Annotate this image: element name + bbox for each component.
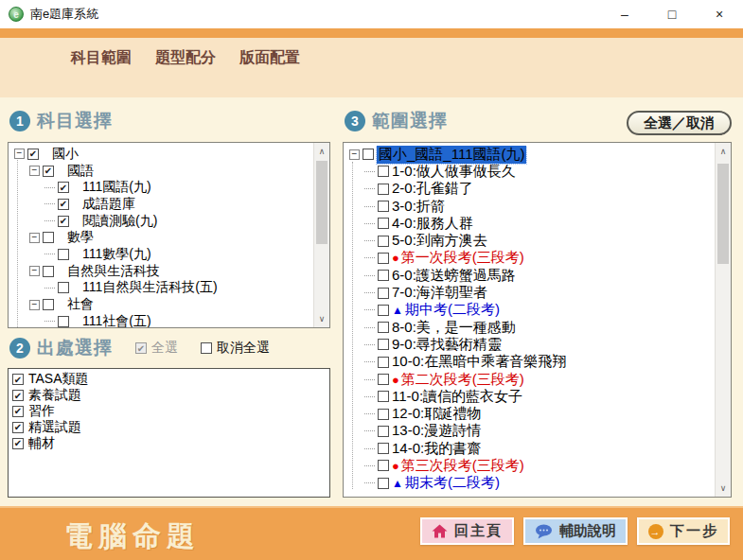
tree-item[interactable]: ▲期末考(二段考) — [345, 475, 714, 492]
scroll-up-icon[interactable]: ∧ — [314, 144, 329, 159]
tree-item[interactable]: ●第二次段考(三段考) — [345, 371, 714, 388]
tree-item-checkbox[interactable] — [43, 166, 54, 177]
tree-item-label[interactable]: 12-0:耶誕禮物 — [392, 405, 481, 423]
tree-item-checkbox[interactable] — [378, 339, 389, 350]
tree-item-label[interactable]: 9-0:尋找藝術精靈 — [392, 336, 502, 354]
tree-item-checkbox[interactable] — [378, 201, 389, 212]
tree-item-checkbox[interactable] — [43, 232, 54, 243]
tree-item-label[interactable]: 國語 — [67, 163, 94, 180]
tree-item-checkbox[interactable] — [58, 182, 69, 193]
tree-item-checkbox[interactable] — [378, 409, 389, 420]
source-item[interactable]: 素養試題 — [9, 388, 329, 404]
tree-item-checkbox[interactable] — [378, 374, 389, 385]
deselect-all-option[interactable]: 取消全選 — [201, 340, 270, 357]
tree-item-checkbox[interactable] — [43, 266, 54, 277]
tree-item-label[interactable]: 國小 — [52, 146, 79, 163]
tree-item-checkbox[interactable] — [363, 149, 374, 160]
tree-item-label[interactable]: 數學 — [67, 229, 94, 246]
scroll-down-icon[interactable]: ∨ — [716, 481, 731, 496]
tree-item-label[interactable]: 2-0:孔雀錯了 — [392, 180, 473, 198]
source-item-checkbox[interactable] — [12, 390, 24, 401]
tree-item[interactable]: 1-0:做人做事做長久 — [345, 163, 714, 180]
tree-item-checkbox[interactable] — [378, 184, 389, 195]
scroll-down-icon[interactable]: ∨ — [314, 311, 329, 326]
tree-item-label[interactable]: ●第三次段考(三段考) — [392, 457, 524, 475]
tree-item-checkbox[interactable] — [378, 443, 389, 454]
source-item[interactable]: 輔材 — [9, 435, 329, 451]
select-deselect-all-button[interactable]: 全選／取消 — [627, 111, 732, 135]
tree-item[interactable]: 13-0:漫遊詩情 — [345, 423, 714, 440]
tree-item-checkbox[interactable] — [378, 460, 389, 471]
tree-item-label[interactable]: ▲期末考(二段考) — [392, 474, 500, 492]
tree-item[interactable]: 14-0:我的書齋 — [345, 440, 714, 457]
scroll-up-icon[interactable]: ∧ — [716, 144, 731, 159]
tree-item-checkbox[interactable] — [378, 270, 389, 281]
tree-item-label[interactable]: 國小_國語_111國語(九) — [377, 146, 526, 164]
collapse-expander-icon[interactable]: − — [29, 166, 40, 176]
tree-item-checkbox[interactable] — [58, 199, 69, 210]
collapse-expander-icon[interactable]: − — [29, 300, 40, 310]
source-item-checkbox[interactable] — [12, 406, 24, 417]
tree-item[interactable]: 111數學(九) — [10, 246, 312, 263]
minimize-button[interactable]: – — [616, 7, 633, 22]
tree-item-label[interactable]: 111數學(九) — [82, 246, 151, 263]
tree-item-label[interactable]: 3-0:折箭 — [392, 198, 445, 216]
close-button[interactable]: × — [711, 7, 728, 22]
tree-item[interactable]: 11-0:讀信的藍衣女子 — [345, 388, 714, 405]
collapse-expander-icon[interactable]: − — [29, 233, 40, 243]
range-tree-scrollbar[interactable]: ∧ ∨ — [715, 143, 731, 497]
tree-item-checkbox[interactable] — [378, 166, 389, 177]
tree-item-checkbox[interactable] — [378, 305, 389, 316]
next-step-button[interactable]: → 下一步 — [637, 517, 730, 545]
tree-item-label[interactable]: 13-0:漫遊詩情 — [392, 422, 481, 440]
tree-item-checkbox[interactable] — [378, 426, 389, 437]
tree-item-label[interactable]: 14-0:我的書齋 — [392, 440, 481, 458]
tree-item[interactable]: 12-0:耶誕禮物 — [345, 405, 714, 422]
tree-item-checkbox[interactable] — [378, 391, 389, 402]
scrollbar-thumb[interactable] — [717, 164, 729, 264]
select-all-checkbox[interactable] — [135, 342, 147, 354]
tree-item-label[interactable]: ▲期中考(二段考) — [392, 301, 500, 319]
tree-item-checkbox[interactable] — [378, 236, 389, 247]
tree-item[interactable]: −社會 — [10, 296, 312, 313]
tree-item-checkbox[interactable] — [58, 216, 69, 227]
tree-item-checkbox[interactable] — [27, 149, 39, 160]
tree-item[interactable]: 3-0:折箭 — [345, 198, 714, 215]
tree-item-label[interactable]: 6-0:護送螃蟹過馬路 — [392, 267, 516, 285]
tree-item[interactable]: 111自然與生活科技(五) — [10, 280, 312, 297]
tree-item-label[interactable]: 閱讀測驗(九) — [82, 213, 157, 230]
tree-item-checkbox[interactable] — [378, 357, 389, 368]
tree-item-checkbox[interactable] — [378, 253, 389, 264]
source-item[interactable]: 習作 — [9, 404, 329, 420]
tree-item-label[interactable]: 成語題庫 — [82, 196, 135, 213]
tree-item-checkbox[interactable] — [58, 316, 69, 327]
help-button[interactable]: 輔助說明 — [523, 517, 628, 545]
tree-item[interactable]: ●第一次段考(三段考) — [345, 250, 714, 267]
tree-item[interactable]: 9-0:尋找藝術精靈 — [345, 336, 714, 353]
source-item-checkbox[interactable] — [12, 438, 24, 449]
tree-item-checkbox[interactable] — [58, 282, 69, 293]
tree-item-label[interactable]: 111自然與生活科技(五) — [82, 279, 218, 296]
tree-item-checkbox[interactable] — [378, 478, 389, 489]
source-item[interactable]: 精選試題 — [9, 419, 329, 435]
tree-item-label[interactable]: 自然與生活科技 — [67, 263, 160, 280]
tree-item-checkbox[interactable] — [378, 288, 389, 299]
tree-item-label[interactable]: 1-0:做人做事做長久 — [392, 163, 516, 181]
tree-item-label[interactable]: 10-0:在黑暗中乘著音樂飛翔 — [392, 353, 566, 371]
tree-item-checkbox[interactable] — [378, 322, 389, 333]
tree-item[interactable]: 8-0:美，是一種感動 — [345, 319, 714, 336]
tree-item[interactable]: 4-0:服務人群 — [345, 215, 714, 232]
source-item-checkbox[interactable] — [12, 422, 24, 433]
tree-item-label[interactable]: 8-0:美，是一種感動 — [392, 319, 516, 337]
tree-item-checkbox[interactable] — [58, 249, 69, 260]
tree-item[interactable]: 111社會(五) — [10, 313, 312, 327]
tree-item[interactable]: −國小_國語_111國語(九) — [345, 146, 714, 163]
tree-item[interactable]: 10-0:在黑暗中乘著音樂飛翔 — [345, 354, 714, 371]
tree-item[interactable]: 成語題庫 — [10, 196, 312, 213]
tree-item-checkbox[interactable] — [43, 299, 54, 310]
tree-item[interactable]: ●第三次段考(三段考) — [345, 457, 714, 474]
source-item[interactable]: TASA類題 — [9, 372, 329, 388]
select-all-option[interactable]: 全選 — [135, 340, 178, 357]
source-item-checkbox[interactable] — [12, 374, 24, 385]
tree-item[interactable]: 6-0:護送螃蟹過馬路 — [345, 267, 714, 284]
